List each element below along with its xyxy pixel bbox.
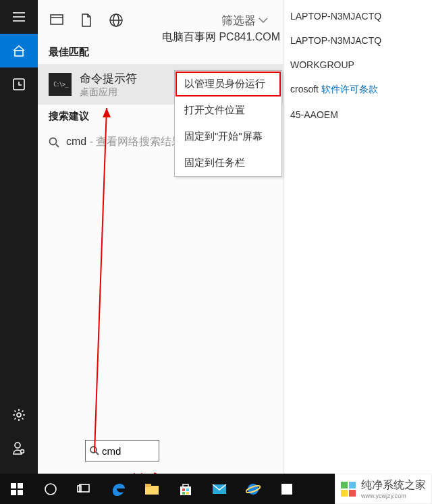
annotation-arrow — [88, 108, 115, 459]
filter-dropdown[interactable]: 筛选器 — [221, 13, 279, 28]
brand-url: www.ycwjzy.com — [361, 493, 426, 499]
full-computer-name: LAPTOP-N3MJACTQ — [290, 28, 425, 53]
svg-rect-27 — [145, 484, 151, 487]
svg-line-14 — [56, 144, 59, 147]
clock-icon[interactable] — [0, 67, 38, 101]
web-tab-icon[interactable] — [101, 5, 131, 35]
start-button[interactable] — [0, 474, 34, 504]
taskbar: 纯净系统之家 www.ycwjzy.com — [0, 474, 432, 504]
cmd-icon: C:\>_ — [49, 73, 72, 96]
run-as-admin-item[interactable]: 以管理员身份运行 — [175, 71, 281, 97]
hamburger-icon[interactable] — [0, 0, 38, 34]
svg-point-7 — [21, 450, 24, 453]
license-link[interactable]: 软件许可条款 — [321, 84, 378, 94]
left-rail — [0, 0, 38, 474]
context-menu: 以管理员身份运行 打开文件位置 固定到"开始"屏幕 固定到任务栏 — [174, 70, 282, 177]
mail-icon[interactable] — [202, 474, 236, 504]
brand-badge: 纯净系统之家 www.ycwjzy.com — [335, 474, 432, 504]
svg-line-17 — [94, 108, 107, 452]
svg-point-23 — [45, 484, 56, 495]
watermark-text: 电脑百事网 PC841.COM — [162, 30, 280, 45]
svg-marker-18 — [103, 108, 111, 117]
task-view-icon[interactable] — [68, 474, 101, 504]
chevron-down-icon — [259, 18, 268, 23]
user-icon[interactable] — [0, 432, 38, 466]
svg-rect-19 — [11, 483, 16, 488]
open-file-location-item[interactable]: 打开文件位置 — [175, 97, 281, 123]
svg-rect-29 — [182, 488, 185, 491]
cortana-icon[interactable] — [34, 474, 68, 504]
home-icon[interactable] — [0, 34, 38, 67]
svg-rect-20 — [18, 483, 23, 488]
best-match-subtitle: 桌面应用 — [80, 86, 137, 99]
pin-to-start-item[interactable]: 固定到"开始"屏幕 — [175, 123, 281, 150]
documents-tab-icon[interactable] — [72, 5, 101, 35]
product-id: 45-AAOEM — [290, 103, 425, 127]
gear-icon[interactable] — [0, 398, 38, 432]
apps-tab-icon[interactable] — [42, 5, 72, 35]
store-icon[interactable] — [169, 474, 202, 504]
system-info-panel: LAPTOP-N3MJACTQ LAPTOP-N3MJACTQ WORKGROU… — [284, 0, 432, 131]
pin-to-taskbar-item[interactable]: 固定到任务栏 — [175, 150, 281, 176]
svg-rect-8 — [51, 15, 63, 24]
computer-name: LAPTOP-N3MJACTQ — [290, 4, 425, 28]
svg-rect-36 — [281, 484, 292, 495]
brand-logo-icon — [341, 482, 356, 497]
search-icon — [49, 137, 59, 148]
svg-point-13 — [50, 138, 57, 144]
best-match-title: 命令提示符 — [80, 71, 137, 86]
suggestion-text: cmd — [66, 136, 86, 147]
svg-rect-22 — [18, 490, 23, 495]
svg-rect-28 — [180, 486, 191, 495]
ie-icon[interactable] — [236, 474, 270, 504]
app-icon[interactable] — [270, 474, 304, 504]
file-explorer-icon[interactable] — [135, 474, 169, 504]
svg-rect-32 — [186, 492, 189, 495]
svg-point-5 — [17, 413, 21, 417]
svg-point-6 — [15, 443, 20, 448]
workgroup: WORKGROUP — [290, 53, 425, 77]
svg-rect-3 — [15, 51, 23, 56]
filter-label: 筛选器 — [221, 13, 256, 28]
svg-rect-31 — [182, 492, 185, 495]
svg-rect-30 — [186, 488, 189, 491]
edge-icon[interactable] — [101, 474, 135, 504]
svg-rect-21 — [11, 490, 16, 495]
brand-name: 纯净系统之家 — [361, 478, 426, 493]
